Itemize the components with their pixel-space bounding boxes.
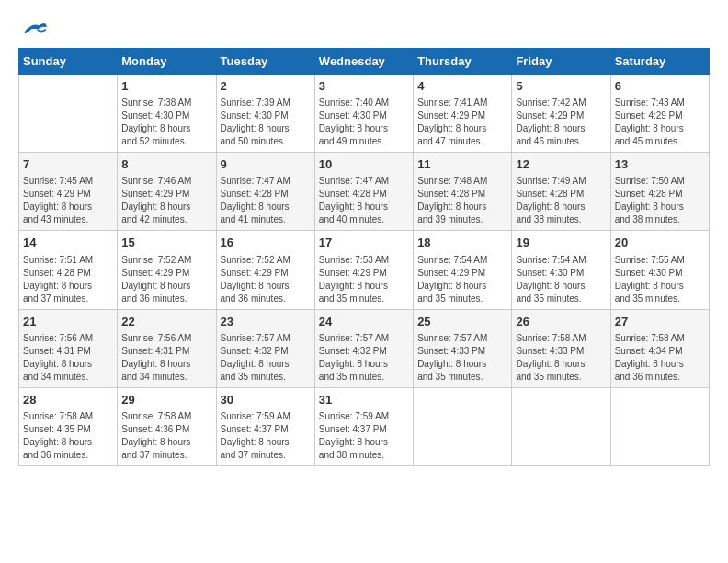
day-info: Sunrise: 7:45 AMSunset: 4:29 PMDaylight:… <box>23 175 113 226</box>
day-number: 27 <box>615 314 705 330</box>
day-info: Sunrise: 7:40 AMSunset: 4:30 PMDaylight:… <box>319 97 409 148</box>
day-number: 18 <box>417 235 507 251</box>
day-number: 15 <box>121 235 211 251</box>
calendar-week-row: 28Sunrise: 7:58 AMSunset: 4:35 PMDayligh… <box>19 387 710 465</box>
day-info: Sunrise: 7:54 AMSunset: 4:30 PMDaylight:… <box>516 254 606 305</box>
calendar-table: SundayMondayTuesdayWednesdayThursdayFrid… <box>18 48 710 466</box>
day-info: Sunrise: 7:57 AMSunset: 4:32 PMDaylight:… <box>221 332 311 384</box>
day-number: 29 <box>121 392 211 408</box>
calendar-cell: 25Sunrise: 7:57 AMSunset: 4:33 PMDayligh… <box>414 309 512 387</box>
calendar-cell: 29Sunrise: 7:58 AMSunset: 4:36 PMDayligh… <box>118 387 216 465</box>
day-number: 8 <box>121 156 211 173</box>
day-number: 11 <box>417 156 507 173</box>
calendar-cell: 30Sunrise: 7:59 AMSunset: 4:37 PMDayligh… <box>216 387 314 465</box>
day-number: 1 <box>121 78 211 95</box>
day-info: Sunrise: 7:58 AMSunset: 4:33 PMDaylight:… <box>516 332 606 384</box>
weekday-header-cell: Tuesday <box>216 49 314 75</box>
day-info: Sunrise: 7:59 AMSunset: 4:37 PMDaylight:… <box>221 410 311 462</box>
day-info: Sunrise: 7:51 AMSunset: 4:28 PMDaylight:… <box>23 254 113 305</box>
calendar-cell: 21Sunrise: 7:56 AMSunset: 4:31 PMDayligh… <box>19 309 118 387</box>
day-info: Sunrise: 7:57 AMSunset: 4:33 PMDaylight:… <box>417 332 507 384</box>
day-info: Sunrise: 7:58 AMSunset: 4:34 PMDaylight:… <box>615 332 705 384</box>
day-info: Sunrise: 7:56 AMSunset: 4:31 PMDaylight:… <box>121 332 211 384</box>
calendar-cell: 16Sunrise: 7:52 AMSunset: 4:29 PMDayligh… <box>216 231 314 309</box>
day-info: Sunrise: 7:56 AMSunset: 4:31 PMDaylight:… <box>23 332 113 384</box>
day-number: 3 <box>319 78 409 95</box>
day-info: Sunrise: 7:50 AMSunset: 4:28 PMDaylight:… <box>615 175 705 226</box>
calendar-cell: 11Sunrise: 7:48 AMSunset: 4:28 PMDayligh… <box>414 153 512 231</box>
calendar-cell: 24Sunrise: 7:57 AMSunset: 4:32 PMDayligh… <box>314 309 413 387</box>
calendar-week-row: 7Sunrise: 7:45 AMSunset: 4:29 PMDaylight… <box>19 153 710 231</box>
day-info: Sunrise: 7:55 AMSunset: 4:30 PMDaylight:… <box>615 254 705 305</box>
day-info: Sunrise: 7:41 AMSunset: 4:29 PMDaylight:… <box>417 97 507 148</box>
day-number: 23 <box>221 314 311 330</box>
day-info: Sunrise: 7:54 AMSunset: 4:29 PMDaylight:… <box>417 254 507 305</box>
day-info: Sunrise: 7:43 AMSunset: 4:29 PMDaylight:… <box>615 97 705 148</box>
calendar-cell: 12Sunrise: 7:49 AMSunset: 4:28 PMDayligh… <box>512 153 610 231</box>
calendar-cell: 27Sunrise: 7:58 AMSunset: 4:34 PMDayligh… <box>610 309 709 387</box>
weekday-header-cell: Monday <box>118 49 216 75</box>
day-info: Sunrise: 7:42 AMSunset: 4:29 PMDaylight:… <box>516 97 606 148</box>
calendar-cell: 2Sunrise: 7:39 AMSunset: 4:30 PMDaylight… <box>216 75 314 153</box>
calendar-cell: 7Sunrise: 7:45 AMSunset: 4:29 PMDaylight… <box>19 153 118 231</box>
day-info: Sunrise: 7:46 AMSunset: 4:29 PMDaylight:… <box>121 175 211 226</box>
calendar-week-row: 1Sunrise: 7:38 AMSunset: 4:30 PMDaylight… <box>19 75 710 153</box>
calendar-cell: 22Sunrise: 7:56 AMSunset: 4:31 PMDayligh… <box>118 309 216 387</box>
day-info: Sunrise: 7:39 AMSunset: 4:30 PMDaylight:… <box>221 97 311 148</box>
calendar-cell: 5Sunrise: 7:42 AMSunset: 4:29 PMDaylight… <box>512 75 610 153</box>
calendar-cell: 23Sunrise: 7:57 AMSunset: 4:32 PMDayligh… <box>216 309 314 387</box>
weekday-header-row: SundayMondayTuesdayWednesdayThursdayFrid… <box>19 49 710 75</box>
day-info: Sunrise: 7:58 AMSunset: 4:35 PMDaylight:… <box>23 410 113 462</box>
calendar-cell <box>512 387 610 465</box>
day-number: 24 <box>319 314 409 330</box>
calendar-cell: 10Sunrise: 7:47 AMSunset: 4:28 PMDayligh… <box>314 153 413 231</box>
calendar-cell: 4Sunrise: 7:41 AMSunset: 4:29 PMDaylight… <box>414 75 512 153</box>
calendar-cell: 18Sunrise: 7:54 AMSunset: 4:29 PMDayligh… <box>414 231 512 309</box>
calendar-cell: 28Sunrise: 7:58 AMSunset: 4:35 PMDayligh… <box>19 387 118 465</box>
day-number: 25 <box>417 314 507 330</box>
day-number: 22 <box>121 314 211 330</box>
calendar-cell: 31Sunrise: 7:59 AMSunset: 4:37 PMDayligh… <box>314 387 413 465</box>
weekday-header-cell: Wednesday <box>314 49 413 75</box>
calendar-week-row: 14Sunrise: 7:51 AMSunset: 4:28 PMDayligh… <box>19 231 710 309</box>
day-info: Sunrise: 7:38 AMSunset: 4:30 PMDaylight:… <box>121 97 211 148</box>
day-info: Sunrise: 7:52 AMSunset: 4:29 PMDaylight:… <box>221 254 311 305</box>
day-info: Sunrise: 7:58 AMSunset: 4:36 PMDaylight:… <box>121 410 211 462</box>
calendar-cell: 8Sunrise: 7:46 AMSunset: 4:29 PMDaylight… <box>118 153 216 231</box>
day-number: 12 <box>516 156 606 173</box>
day-info: Sunrise: 7:47 AMSunset: 4:28 PMDaylight:… <box>221 175 311 226</box>
day-number: 19 <box>516 235 606 251</box>
day-number: 17 <box>319 235 409 251</box>
weekday-header-cell: Sunday <box>19 49 118 75</box>
day-number: 6 <box>615 78 705 95</box>
calendar-week-row: 21Sunrise: 7:56 AMSunset: 4:31 PMDayligh… <box>19 309 710 387</box>
logo <box>18 18 48 39</box>
calendar-cell: 3Sunrise: 7:40 AMSunset: 4:30 PMDaylight… <box>314 75 413 153</box>
calendar-cell: 19Sunrise: 7:54 AMSunset: 4:30 PMDayligh… <box>512 231 610 309</box>
day-number: 13 <box>615 156 705 173</box>
calendar-cell: 1Sunrise: 7:38 AMSunset: 4:30 PMDaylight… <box>118 75 216 153</box>
calendar-cell: 13Sunrise: 7:50 AMSunset: 4:28 PMDayligh… <box>610 153 709 231</box>
calendar-cell: 15Sunrise: 7:52 AMSunset: 4:29 PMDayligh… <box>118 231 216 309</box>
day-number: 28 <box>23 392 113 408</box>
day-info: Sunrise: 7:53 AMSunset: 4:29 PMDaylight:… <box>319 254 409 305</box>
day-info: Sunrise: 7:48 AMSunset: 4:28 PMDaylight:… <box>417 175 507 226</box>
day-number: 21 <box>23 314 113 330</box>
calendar-cell <box>414 387 512 465</box>
calendar-cell: 6Sunrise: 7:43 AMSunset: 4:29 PMDaylight… <box>610 75 709 153</box>
weekday-header-cell: Thursday <box>414 49 512 75</box>
day-info: Sunrise: 7:52 AMSunset: 4:29 PMDaylight:… <box>121 254 211 305</box>
calendar-cell <box>19 75 118 153</box>
calendar-cell: 20Sunrise: 7:55 AMSunset: 4:30 PMDayligh… <box>610 231 709 309</box>
page-header <box>18 18 710 39</box>
day-number: 30 <box>221 392 311 408</box>
calendar-cell: 26Sunrise: 7:58 AMSunset: 4:33 PMDayligh… <box>512 309 610 387</box>
calendar-cell <box>610 387 709 465</box>
day-number: 26 <box>516 314 606 330</box>
day-number: 14 <box>23 235 113 251</box>
calendar-cell: 14Sunrise: 7:51 AMSunset: 4:28 PMDayligh… <box>19 231 118 309</box>
day-number: 16 <box>221 235 311 251</box>
calendar-cell: 17Sunrise: 7:53 AMSunset: 4:29 PMDayligh… <box>314 231 413 309</box>
day-number: 31 <box>319 392 409 408</box>
day-info: Sunrise: 7:57 AMSunset: 4:32 PMDaylight:… <box>319 332 409 384</box>
